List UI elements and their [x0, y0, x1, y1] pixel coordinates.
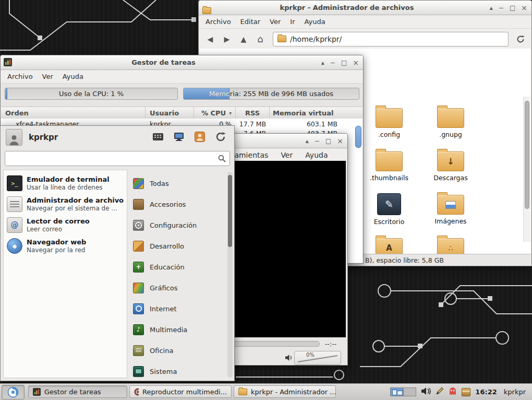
minimize-button[interactable]: −	[499, 5, 504, 11]
applications-men-button[interactable]	[2, 385, 25, 399]
settings-manager-icon[interactable]	[152, 131, 164, 143]
category-configuracion[interactable]: Configuración	[130, 215, 225, 236]
file-item[interactable]: ✎ Escritorio	[362, 191, 416, 226]
menu-item-file-manager[interactable]: Administrador de archivos Navegar por el…	[4, 194, 127, 215]
folder-icon	[202, 7, 211, 14]
volume-slider[interactable]: 0%	[294, 351, 341, 365]
search-box	[5, 151, 230, 166]
desktop-icon: ✎	[377, 193, 401, 215]
close-button[interactable]: ×	[521, 4, 527, 11]
internet-icon	[133, 303, 144, 314]
column-header-mem[interactable]: Memoria virtual	[270, 107, 362, 119]
forward-icon[interactable]: ▶	[220, 32, 234, 46]
system-icon	[133, 366, 144, 377]
task-manager-titlebar[interactable]: Gestor de tareas ▴ − □ ×	[1, 55, 363, 70]
workspace-pager[interactable]	[390, 387, 416, 396]
close-button[interactable]: ×	[353, 59, 359, 66]
favorites-list: >_ Emulador de terminal Usar la línea de…	[3, 170, 127, 378]
column-header-usuario[interactable]: Usuario	[146, 107, 194, 119]
maximize-button[interactable]: □	[510, 5, 515, 11]
clock[interactable]: 16:22	[475, 388, 497, 396]
menu-ir[interactable]: Ir	[285, 16, 299, 28]
up-icon[interactable]: ▲	[236, 32, 251, 46]
category-oficina[interactable]: Oficina	[130, 340, 225, 361]
category-educacion[interactable]: Educación	[130, 256, 225, 277]
file-manager-titlebar[interactable]: kprkpr - Administrador de archivos ▴ − □…	[199, 1, 531, 15]
taskbar-button-media-player[interactable]: Reproductor multimedi...	[129, 385, 232, 398]
workspace-2[interactable]	[403, 387, 416, 396]
education-icon	[133, 262, 144, 273]
category-todas[interactable]: Todas	[130, 173, 225, 194]
category-accesorios[interactable]: Accesorios	[130, 194, 225, 215]
scrollbar-thumb[interactable]	[355, 126, 361, 148]
mail-icon: @	[7, 217, 22, 233]
menu-ver[interactable]: Ver	[265, 16, 285, 28]
file-item[interactable]: ↓ Descargas	[424, 148, 478, 182]
search-input[interactable]	[5, 151, 218, 166]
menu-ayuda[interactable]: Ayuda	[299, 149, 334, 161]
menu-ver[interactable]: Ver	[274, 149, 299, 161]
file-item[interactable]: .gnupg	[424, 104, 478, 138]
category-desarrollo[interactable]: Desarrollo	[130, 236, 225, 256]
column-header-rss[interactable]: RSS	[236, 107, 270, 119]
minimize-button[interactable]: −	[330, 60, 335, 66]
category-multimedia[interactable]: Multimedia	[130, 319, 225, 340]
shade-button[interactable]: ▴	[306, 138, 309, 144]
memory-usage-bar: Memoria: 255 MB de 996 MB usados Memoria…	[183, 88, 359, 100]
menu-item-mail-reader[interactable]: @ Lector de correo Leer correo	[4, 215, 127, 236]
vertical-scrollbar[interactable]	[523, 97, 530, 242]
terminal-icon: >_	[7, 175, 22, 191]
volume-tray-icon[interactable]	[421, 387, 431, 397]
back-icon[interactable]: ◀	[203, 32, 217, 46]
menu-item-terminal[interactable]: >_ Emulador de terminal Usar la línea de…	[4, 173, 127, 194]
menu-editar[interactable]: Editar	[236, 16, 265, 28]
pencil-tray-icon[interactable]	[436, 387, 444, 397]
reload-icon[interactable]	[514, 32, 527, 46]
all-apps-icon	[133, 178, 144, 189]
scrollbar-thumb[interactable]	[525, 101, 529, 209]
shade-button[interactable]: ▴	[490, 5, 493, 11]
category-internet[interactable]: Internet	[130, 298, 225, 319]
vertical-scrollbar[interactable]	[227, 172, 233, 378]
menu-item-web-browser[interactable]: ◆ Navegador web Navegar por la red	[4, 236, 127, 256]
minimize-button[interactable]: −	[315, 138, 320, 144]
path-bar[interactable]: /home/kprkpr/	[273, 32, 509, 46]
taskbar-button-file-manager[interactable]: kprkpr - Administrador ...	[234, 385, 336, 398]
taskbar-button-task-manager[interactable]: Gestor de tareas	[28, 385, 127, 398]
scrollbar-thumb[interactable]	[228, 175, 232, 247]
switch-user-icon[interactable]	[194, 131, 206, 143]
menu-header: kprkpr	[1, 126, 234, 149]
speaker-icon[interactable]	[285, 354, 293, 363]
shade-button[interactable]: ▴	[321, 60, 324, 66]
home-icon[interactable]: ⌂	[253, 32, 268, 46]
menu-ayuda[interactable]: Ayuda	[300, 16, 330, 28]
file-item[interactable]: .config	[362, 104, 416, 138]
menu-ver[interactable]: Ver	[38, 70, 58, 83]
file-item[interactable]: A Plantillas	[362, 234, 416, 254]
menu-archivo[interactable]: Archivo	[201, 16, 236, 28]
column-header-cpu[interactable]: % CPU▾	[194, 107, 236, 119]
file-item[interactable]: Imágenes	[424, 191, 478, 225]
maximize-button[interactable]: □	[341, 60, 347, 66]
cpu-usage-bar: Uso de la CPU: 1 %	[5, 88, 178, 100]
username-label: kprkpr	[29, 133, 58, 142]
lock-screen-icon[interactable]	[173, 131, 185, 143]
category-sistema[interactable]: Sistema	[130, 361, 225, 380]
category-graficos[interactable]: Gráficos	[130, 277, 225, 298]
file-item[interactable]: ∴ Público	[424, 234, 478, 254]
pacman-ghost-tray-icon[interactable]	[449, 387, 457, 397]
file-manager-toolbar: ◀ ▶ ▲ ⌂ /home/kprkpr/	[199, 29, 531, 50]
folder-icon	[376, 108, 403, 128]
log-out-icon[interactable]	[214, 131, 227, 143]
menu-ayuda[interactable]: Ayuda	[58, 70, 88, 83]
window-title: Gestor de tareas	[21, 58, 306, 66]
taskbar-username: kprkpr	[504, 388, 526, 396]
close-button[interactable]: ×	[337, 137, 343, 145]
maximize-button[interactable]: □	[325, 138, 331, 144]
file-item[interactable]: .thumbnails	[362, 148, 416, 182]
workspace-1[interactable]	[390, 387, 403, 396]
package-tray-icon[interactable]	[462, 388, 470, 396]
column-header-orden[interactable]: Orden	[1, 107, 146, 119]
menu-archivo[interactable]: Archivo	[3, 70, 38, 83]
folder-images-icon	[437, 195, 464, 215]
